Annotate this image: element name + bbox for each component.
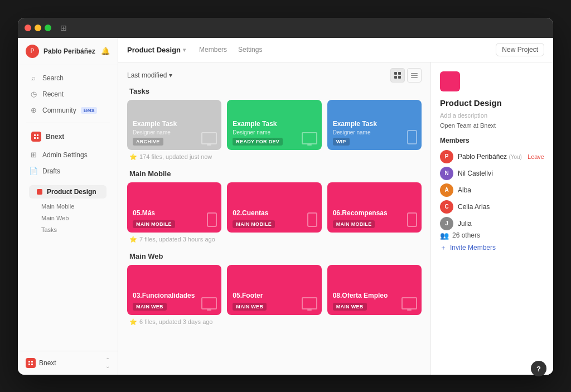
card-title: 06.Recompensas: [333, 209, 416, 218]
grid-view-toggle[interactable]: [390, 68, 405, 83]
phone-icon: [307, 212, 317, 227]
panel-open-team-link[interactable]: Open Team at Bnext: [440, 122, 544, 129]
panel-description[interactable]: Add a description: [440, 112, 544, 119]
section-tasks-footer: ⭐ 174 files, updated just now: [127, 150, 422, 161]
card-task-3[interactable]: Example Task Designer name WIP: [327, 100, 422, 150]
section-tasks: Tasks Example Task Designer name ARCHIVE: [127, 87, 422, 161]
new-project-button[interactable]: New Project: [496, 43, 544, 56]
card-mobile-2[interactable]: 02.Cuentas MAIN MOBILE: [227, 182, 321, 233]
drafts-icon: 📄: [29, 167, 38, 176]
maximize-button[interactable]: [45, 25, 51, 31]
search-icon: ⌕: [29, 74, 38, 83]
help-button[interactable]: ?: [531, 361, 546, 375]
svg-rect-2: [34, 137, 36, 139]
card-mobile-3[interactable]: 06.Recompensas MAIN MOBILE: [327, 182, 422, 233]
section-main-web-footer: ⭐ 6 files, updated 3 days ago: [127, 315, 422, 326]
list-view-toggle[interactable]: [407, 68, 422, 83]
org-chevron-icon[interactable]: ⌃⌄: [105, 357, 110, 369]
card-title: Example Task: [333, 120, 416, 129]
filter-sort[interactable]: Last modified ▾: [127, 71, 172, 79]
others-row: 👥 26 others: [440, 231, 544, 240]
bell-icon[interactable]: 🔔: [101, 47, 110, 55]
org-icon: [31, 132, 41, 142]
card-web-2[interactable]: 05.Footer MAIN WEB: [227, 265, 321, 315]
filter-bar: Last modified ▾: [127, 62, 422, 87]
close-button[interactable]: [25, 25, 31, 31]
card-web-1[interactable]: 03.Funcionalidades MAIN WEB: [127, 265, 221, 315]
sidebar-item-org[interactable]: Bnext: [29, 128, 107, 145]
device-mock: [302, 132, 317, 144]
svg-rect-9: [398, 72, 401, 75]
card-tag: MAIN MOBILE: [333, 220, 375, 228]
tasks-cards-grid: Example Task Designer name ARCHIVE: [127, 100, 422, 150]
section-main-web-title: Main Web: [127, 252, 422, 260]
admin-icon: ⊞: [29, 151, 38, 159]
leave-button[interactable]: Leave: [528, 153, 544, 160]
sidebar-item-admin-settings[interactable]: ⊞ Admin Settings: [21, 147, 114, 163]
card-title: 05.Más: [133, 209, 216, 218]
tab-settings[interactable]: Settings: [234, 43, 267, 56]
topbar-nav: Members Settings: [195, 43, 267, 56]
section-main-mobile: Main Mobile 05.Más MAIN MOBILE: [127, 170, 422, 243]
panel-color-swatch: [440, 71, 460, 91]
content-area: Last modified ▾: [118, 62, 553, 375]
section-main-mobile-title: Main Mobile: [127, 170, 422, 178]
device-mock: [407, 130, 417, 144]
card-task-2[interactable]: Example Task Designer name READY FOR DEV: [227, 100, 321, 150]
card-tag: READY FOR DEV: [233, 138, 283, 146]
sidebar-item-recent[interactable]: ◷ Recent: [21, 86, 114, 102]
device-mock: [401, 297, 417, 309]
device-mock: [201, 132, 217, 144]
card-mobile-1[interactable]: 05.Más MAIN MOBILE: [127, 182, 221, 233]
minimize-button[interactable]: [35, 25, 41, 31]
recent-icon: ◷: [29, 90, 38, 99]
svg-rect-4: [28, 361, 30, 362]
member-pablo: P Pablo Peribáñez (You) Leave: [440, 150, 544, 163]
beta-badge: Beta: [81, 107, 98, 114]
sidebar-sub-main-web[interactable]: Main Web: [21, 212, 114, 224]
svg-rect-10: [394, 76, 397, 79]
members-section-title: Members: [440, 137, 544, 144]
member-you-label: (You): [509, 154, 522, 160]
tablet-icon: [201, 297, 217, 309]
card-tag: ARCHIVE: [133, 138, 163, 146]
sidebar-item-product-design[interactable]: Product Design: [29, 185, 107, 199]
svg-rect-6: [28, 364, 30, 365]
others-icon: 👥: [440, 231, 449, 240]
svg-rect-0: [34, 134, 36, 136]
svg-rect-13: [411, 75, 418, 76]
member-celia: C Celia Arias: [440, 200, 544, 214]
sidebar-item-search[interactable]: ⌕ Search: [21, 70, 114, 86]
phone-icon: [407, 212, 417, 227]
card-title: 02.Cuentas: [233, 209, 316, 218]
tablet-icon: [401, 297, 417, 309]
card-title: Example Task: [133, 120, 216, 129]
section-main-mobile-footer: ⭐ 7 files, updated 3 hours ago: [127, 233, 422, 243]
sidebar-nav: ⌕ Search ◷ Recent ⊕ Community Beta: [18, 65, 118, 351]
card-web-3[interactable]: 08.Oferta Empleo MAIN WEB: [327, 265, 422, 315]
sidebar-item-drafts[interactable]: 📄 Drafts: [21, 163, 114, 179]
section-main-web: Main Web 03.Funcionalidades MAIN WEB: [127, 252, 422, 326]
card-tag: MAIN MOBILE: [133, 220, 175, 228]
project-dot: [37, 189, 42, 195]
sidebar-item-community[interactable]: ⊕ Community Beta: [21, 103, 114, 118]
card-tag: WIP: [333, 138, 350, 146]
titlebar: ⊞: [18, 18, 553, 38]
sidebar-sub-main-mobile[interactable]: Main Mobile: [21, 201, 114, 212]
sidebar-bottom: Bnext ⌃⌄: [18, 351, 118, 375]
member-avatar-pablo: P: [440, 150, 453, 163]
topbar-right: New Project: [496, 43, 544, 56]
card-title: Example Task: [233, 120, 316, 129]
topbar-project-title[interactable]: Product Design ▾: [127, 46, 186, 54]
svg-rect-14: [411, 77, 418, 78]
invite-members-row[interactable]: ＋ Invite Members: [440, 243, 544, 253]
svg-rect-3: [37, 137, 38, 139]
main-web-cards-grid: 03.Funcionalidades MAIN WEB 05.Footer: [127, 265, 422, 315]
member-name-celia: Celia Arias: [458, 203, 544, 211]
member-name-julia: Julia: [458, 220, 544, 228]
card-task-1[interactable]: Example Task Designer name ARCHIVE: [127, 100, 221, 150]
app-window: ⊞ P Pablo Peribáñez 🔔 ⌕ Search ◷ Recent: [18, 18, 553, 375]
tab-members[interactable]: Members: [195, 43, 231, 56]
main-content: Product Design ▾ Members Settings New Pr…: [118, 38, 553, 375]
sidebar-sub-tasks[interactable]: Tasks: [21, 224, 114, 235]
